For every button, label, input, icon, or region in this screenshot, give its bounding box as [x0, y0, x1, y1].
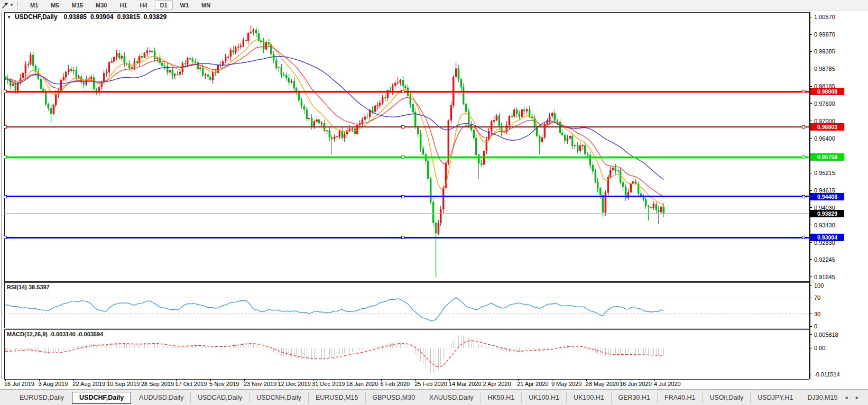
svg-text:0.96400: 0.96400 [814, 135, 835, 142]
level-drag-handle[interactable] [802, 236, 805, 239]
svg-text:0.98008: 0.98008 [817, 88, 837, 95]
date-axis: 16 Jul 20193 Aug 201922 Aug 201910 Sep 2… [4, 379, 681, 387]
svg-text:22 Aug 2019: 22 Aug 2019 [72, 381, 105, 387]
timeframe-button-m1[interactable]: M1 [25, 1, 43, 10]
svg-text:16 Jun 2020: 16 Jun 2020 [620, 381, 652, 387]
level-drag-handle[interactable] [802, 125, 805, 128]
tabs-scroll-left-icon[interactable]: ◄ [844, 395, 848, 400]
level-price-chip-0.98008: 0.98008 [810, 88, 844, 95]
svg-text:6 Feb 2020: 6 Feb 2020 [380, 381, 410, 387]
svg-text:100: 100 [814, 282, 824, 289]
svg-text:1.00570: 1.00570 [814, 14, 835, 20]
timeframe-button-h4[interactable]: H4 [134, 1, 152, 10]
symbol-tab-usdcnh[interactable]: USDCNH,Daily [249, 392, 308, 403]
level-drag-handle[interactable] [802, 156, 805, 159]
level-drag-handle[interactable] [402, 236, 404, 239]
symbol-tab-uk100[interactable]: UK100,H1 [566, 392, 611, 403]
symbol-tab-usoil[interactable]: USOil,Daily [702, 392, 750, 403]
chart-tab-bar: EURUSD,DailyUSDCHF,DailyAUDUSD,DailyUSDC… [0, 389, 868, 405]
chart-symbol-label: USDCHF,Daily [15, 13, 58, 21]
symbol-tab-xauusd[interactable]: XAUUSD,Daily [422, 392, 480, 403]
tabs-scroll-right-icon[interactable]: ► [855, 395, 860, 400]
timeframe-button-m30[interactable]: M30 [90, 1, 112, 10]
svg-text:5 Nov 2019: 5 Nov 2019 [209, 381, 239, 387]
timeframe-button-mn[interactable]: MN [196, 1, 216, 10]
level-drag-handle[interactable] [4, 156, 7, 159]
svg-text:0.005818: 0.005818 [814, 332, 838, 338]
svg-text:18 Jan 2020: 18 Jan 2020 [346, 381, 378, 387]
timeframe-button-h1[interactable]: H1 [114, 1, 132, 10]
symbol-tab-ger30[interactable]: GER30,H1 [611, 392, 657, 403]
mt4-window: { "toolbar": { "caret": "▾", "timeframes… [0, 0, 868, 405]
level-price-chip-0.96803: 0.96803 [810, 123, 844, 131]
svg-text:12 Dec 2019: 12 Dec 2019 [278, 381, 310, 387]
timeframe-button-m15[interactable]: M15 [67, 1, 88, 10]
svg-text:0.94408: 0.94408 [817, 194, 837, 200]
symbol-tab-usdchf-active[interactable]: USDCHF,Daily [72, 392, 131, 404]
svg-text:0.93829: 0.93829 [817, 210, 837, 217]
svg-text:0.99385: 0.99385 [814, 48, 835, 54]
collapse-arrow-icon[interactable]: ▼ [7, 15, 11, 20]
symbol-tab-dj30[interactable]: DJ30,M15 [800, 392, 844, 403]
symbol-tab-gbpusd[interactable]: GBPUSD,M30 [365, 392, 422, 403]
svg-text:30: 30 [814, 311, 820, 317]
level-drag-handle[interactable] [4, 236, 7, 239]
svg-text:17 Oct 2019: 17 Oct 2019 [175, 381, 207, 387]
svg-text:23 Nov 2019: 23 Nov 2019 [244, 381, 276, 387]
svg-text:3 Aug 2019: 3 Aug 2019 [39, 381, 68, 387]
svg-text:0.98785: 0.98785 [814, 66, 835, 72]
pane-frames [1, 12, 810, 379]
level-drag-handle[interactable] [402, 156, 404, 159]
svg-text:0.95758: 0.95758 [817, 154, 837, 160]
price-chart-canvas[interactable]: 1.005700.999700.993850.987850.981850.976… [0, 11, 868, 389]
macd-label: MACD(12,26,9) -0.003140 -0.003594 [7, 331, 103, 337]
svg-text:9 May 2020: 9 May 2020 [551, 381, 581, 387]
symbol-tab-hk50[interactable]: HK50,H1 [480, 392, 521, 403]
symbol-tab-usdcad[interactable]: USDCAD,Daily [190, 392, 249, 403]
svg-text:0.91645: 0.91645 [814, 274, 835, 280]
rsi-label: RSI(14) 38.5397 [7, 284, 50, 290]
svg-text:0.93430: 0.93430 [814, 222, 835, 228]
svg-text:28 Sep 2019: 28 Sep 2019 [141, 381, 174, 387]
ohlc-low: 0.93815 [117, 13, 140, 21]
svg-text:2 Apr 2020: 2 Apr 2020 [483, 381, 511, 387]
level-price-chip-0.93004: 0.93004 [810, 234, 844, 241]
level-drag-handle[interactable] [802, 195, 805, 198]
timeframe-button-m5[interactable]: M5 [45, 1, 64, 10]
level-price-chip-0.94408: 0.94408 [810, 193, 844, 200]
svg-text:25 Feb 2020: 25 Feb 2020 [414, 381, 447, 387]
svg-text:28 May 2020: 28 May 2020 [586, 381, 620, 387]
ohlc-open: 0.93885 [64, 13, 87, 21]
dropdown-caret-icon[interactable]: ▾ [11, 3, 13, 7]
svg-text:0.94615: 0.94615 [814, 187, 835, 194]
svg-text:-0.011514: -0.011514 [814, 371, 840, 378]
svg-text:14 Mar 2020: 14 Mar 2020 [449, 381, 482, 387]
top-toolbar: ▾ M1M5M15M30H1H4D1W1MN [0, 0, 868, 11]
cursor-tool-icon [1, 2, 9, 9]
symbol-tab-eurusd[interactable]: EURUSD,Daily [13, 392, 71, 403]
level-drag-handle[interactable] [402, 125, 404, 128]
current-price-chip: 0.93829 [810, 210, 844, 217]
symbol-tab-uk100[interactable]: UK100,H1 [521, 392, 566, 403]
level-drag-handle[interactable] [402, 195, 404, 198]
ohlc-close: 0.93829 [144, 13, 167, 21]
level-drag-handle[interactable] [802, 90, 805, 93]
level-drag-handle[interactable] [4, 90, 7, 93]
svg-text:70: 70 [814, 294, 820, 301]
tab-scroll-nav: ◄ ► [844, 395, 860, 400]
level-drag-handle[interactable] [402, 90, 404, 93]
timeframe-button-w1[interactable]: W1 [175, 1, 195, 10]
cursor-tool-button[interactable]: ▾ [0, 1, 15, 10]
svg-text:0.92245: 0.92245 [814, 256, 835, 263]
level-drag-handle[interactable] [4, 195, 7, 198]
svg-text:16 Jul 2019: 16 Jul 2019 [4, 381, 34, 387]
symbol-tab-audusd[interactable]: AUDUSD,Daily [132, 392, 190, 403]
svg-text:10 Sep 2019: 10 Sep 2019 [107, 381, 140, 387]
level-drag-handle[interactable] [4, 125, 7, 128]
symbol-tab-eurusd[interactable]: EURUSD,M15 [308, 392, 365, 403]
symbol-tab-usdjpy[interactable]: USDJPY,H1 [750, 392, 800, 403]
symbol-tab-fra40[interactable]: FRA40,H1 [657, 392, 702, 403]
toolbar-grip [17, 2, 20, 9]
chart-window[interactable]: 1.005700.999700.993850.987850.981850.976… [0, 11, 868, 389]
timeframe-button-d1[interactable]: D1 [155, 1, 173, 10]
